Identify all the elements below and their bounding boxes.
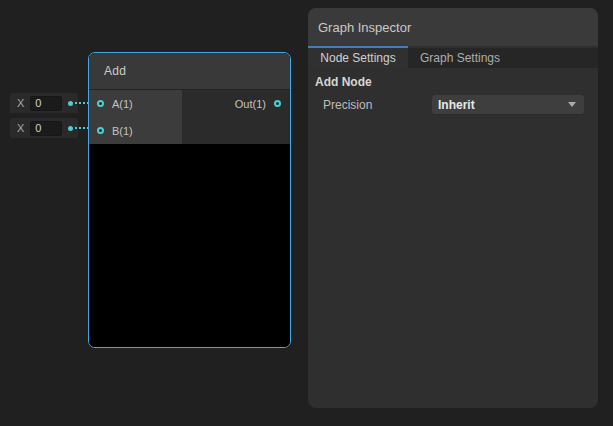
node-title-bar[interactable]: Add (89, 53, 290, 89)
precision-property-row: Precision Inherit (308, 95, 598, 115)
node-title: Add (104, 64, 126, 78)
edge-endpoint-dot-icon (68, 101, 73, 106)
port-out-label: Out(1) (235, 98, 266, 110)
axis-label-x: X (17, 97, 24, 109)
tab-graph-settings[interactable]: Graph Settings (408, 48, 512, 68)
inspector-title-bar[interactable]: Graph Inspector (308, 8, 598, 46)
port-out-icon[interactable] (274, 100, 281, 107)
input-a-value-field[interactable] (30, 96, 62, 111)
port-a-label: A(1) (112, 98, 133, 110)
port-row-b: B(1) (89, 117, 182, 144)
tab-node-settings-label: Node Settings (320, 51, 395, 65)
port-row-a: A(1) (89, 90, 182, 117)
precision-dropdown[interactable]: Inherit (432, 95, 584, 115)
output-ports-column: Out(1) (182, 90, 290, 144)
port-b-label: B(1) (112, 125, 133, 137)
section-heading: Add Node (315, 74, 598, 90)
inspector-tab-bar: Node Settings Graph Settings (308, 48, 598, 68)
input-b-value-field[interactable] (30, 121, 62, 136)
port-row-out: Out(1) (182, 90, 290, 117)
port-a-icon[interactable] (97, 100, 104, 107)
inspector-body: Add Node Precision Inherit (308, 68, 598, 115)
inline-value-widget-a: X (10, 93, 78, 113)
tab-graph-settings-label: Graph Settings (420, 51, 500, 65)
port-b-icon[interactable] (97, 127, 104, 134)
chevron-down-icon (568, 102, 576, 107)
graph-inspector-panel: Graph Inspector Node Settings Graph Sett… (308, 8, 598, 408)
inline-value-widget-b: X (10, 118, 78, 138)
input-ports-column: A(1) B(1) (89, 90, 182, 144)
axis-label-x: X (17, 122, 24, 134)
inspector-title: Graph Inspector (318, 20, 411, 35)
tab-node-settings[interactable]: Node Settings (308, 48, 408, 68)
add-node[interactable]: Add A(1) B(1) Out(1) (88, 52, 291, 348)
node-preview (89, 144, 290, 347)
precision-dropdown-value: Inherit (432, 98, 568, 112)
node-port-area: A(1) B(1) Out(1) (89, 90, 290, 144)
precision-label: Precision (323, 98, 372, 112)
edge-endpoint-dot-icon (68, 126, 73, 131)
